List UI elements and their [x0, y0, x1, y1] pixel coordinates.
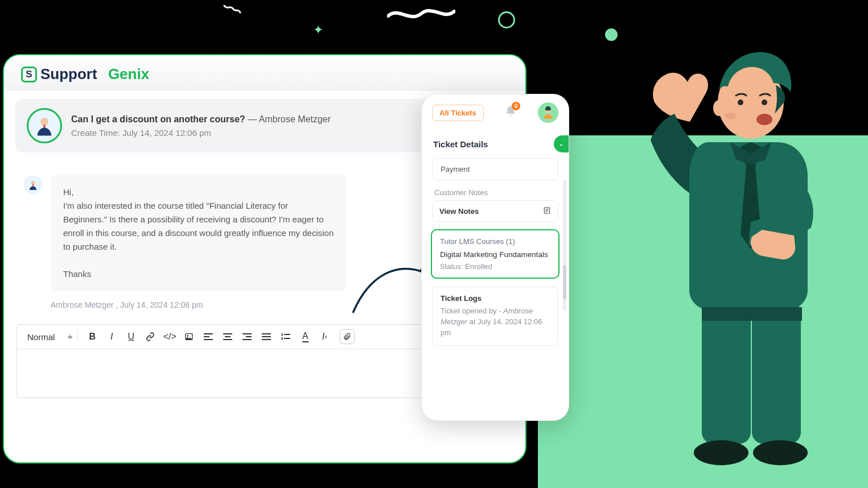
- logo-mark-icon: S: [21, 67, 37, 82]
- svg-point-36: [753, 440, 808, 465]
- svg-point-2: [31, 181, 35, 185]
- decoration-star: ✦: [313, 23, 323, 38]
- message-greeting: Hi,: [63, 185, 334, 199]
- lms-card-title: Tutor LMS Courses (1): [440, 237, 550, 246]
- log-prefix: Ticket opened by -: [441, 307, 503, 315]
- svg-text:1: 1: [281, 333, 283, 336]
- svg-point-29: [738, 100, 743, 105]
- logs-title: Ticket Logs: [441, 294, 550, 303]
- svg-text:2: 2: [281, 337, 283, 340]
- scrollbar-thumb[interactable]: [563, 265, 566, 299]
- all-tickets-button[interactable]: All Tickets: [432, 105, 484, 121]
- underline-button[interactable]: U: [124, 329, 138, 344]
- lms-course-status: Status: Enrolled: [440, 262, 550, 271]
- svg-rect-33: [702, 301, 751, 444]
- notes-icon: [543, 206, 551, 216]
- svg-rect-34: [752, 301, 801, 444]
- clear-format-button[interactable]: Ix: [317, 329, 332, 344]
- ticket-subject: Can I get a discount on another course?: [71, 114, 245, 124]
- brand-name-b: Genix: [108, 65, 149, 83]
- svg-point-35: [694, 440, 748, 465]
- image-button[interactable]: [182, 329, 196, 344]
- format-label: Normal: [27, 332, 55, 342]
- align-left-button[interactable]: [201, 329, 216, 344]
- ticket-create-time: Create Time: July 14, 2024 12:06 pm: [71, 128, 331, 138]
- collapse-toggle[interactable]: -: [554, 135, 569, 152]
- notification-badge: 0: [512, 102, 520, 110]
- ticket-author: Ambrose Metzger: [259, 114, 331, 124]
- align-right-button[interactable]: [240, 329, 254, 344]
- align-center-button[interactable]: [220, 329, 235, 344]
- log-entry: Ticket opened by - Ambrose Metzger at Ju…: [441, 306, 550, 338]
- svg-point-28: [713, 100, 725, 116]
- message-signoff: Thanks: [63, 267, 334, 281]
- create-value: July 14, 2024 12:06 pm: [122, 128, 211, 138]
- chevron-updown-icon: ≑: [67, 333, 73, 341]
- agent-avatar[interactable]: [538, 102, 558, 123]
- payment-card[interactable]: Payment: [432, 158, 558, 180]
- align-justify-button[interactable]: [259, 329, 274, 344]
- view-notes-label: View Notes: [439, 207, 479, 216]
- lms-course-name: Digital Marketing Fundamentals: [440, 250, 550, 259]
- view-notes-button[interactable]: View Notes: [432, 200, 558, 222]
- create-label: Create Time:: [71, 128, 120, 138]
- panel-heading: Ticket Details: [433, 139, 488, 149]
- title-bar: S Support Genix: [4, 55, 525, 91]
- code-button[interactable]: </>: [162, 329, 177, 344]
- subject-separator: —: [245, 114, 259, 124]
- format-select[interactable]: Normal ≑: [23, 331, 78, 343]
- decoration-squiggle: [222, 2, 241, 24]
- bold-button[interactable]: B: [85, 329, 100, 344]
- notifications-button[interactable]: 0: [504, 105, 517, 120]
- brand-logo: S Support Genix: [21, 65, 508, 83]
- text-color-button[interactable]: A: [298, 329, 312, 344]
- svg-rect-3: [32, 184, 34, 187]
- ticket-logs-card: Ticket Logs Ticket opened by - Ambrose M…: [432, 287, 558, 346]
- decoration-dot: [605, 28, 618, 41]
- svg-point-5: [187, 335, 189, 337]
- ticket-details-panel: All Tickets 0 Ticket Details - Payment C…: [421, 94, 569, 421]
- ticket-subject-line: Can I get a discount on another course? …: [71, 114, 331, 125]
- message-body: I'm also interested in the course titled…: [63, 199, 334, 254]
- svg-point-32: [725, 113, 736, 119]
- message-avatar: [23, 175, 43, 195]
- customer-notes-label: Customer Notes: [422, 180, 569, 197]
- customer-avatar: [27, 108, 62, 143]
- svg-point-30: [762, 100, 767, 105]
- tutor-lms-card[interactable]: Tutor LMS Courses (1) Digital Marketing …: [431, 229, 560, 279]
- brand-name-a: Support: [40, 65, 97, 83]
- message-bubble: Hi, I'm also interested in the course ti…: [51, 175, 347, 291]
- illustration-person: [623, 23, 834, 472]
- italic-button[interactable]: I: [104, 329, 119, 344]
- attachment-button[interactable]: [340, 329, 355, 344]
- svg-point-31: [756, 114, 772, 125]
- link-button[interactable]: [143, 329, 158, 344]
- decoration-ring: [498, 11, 515, 28]
- svg-point-0: [40, 118, 48, 126]
- ordered-list-button[interactable]: 12: [278, 329, 293, 344]
- decoration-wave: [387, 6, 455, 25]
